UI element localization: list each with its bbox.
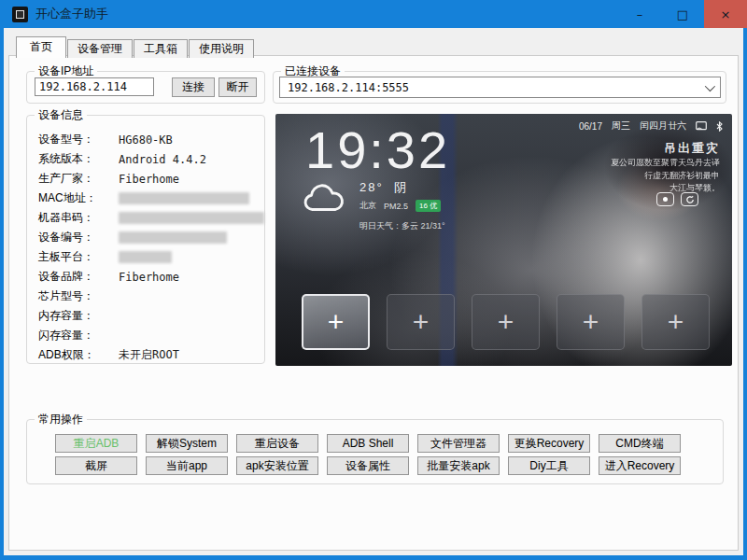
add-app-tile[interactable]: +	[472, 294, 540, 350]
device-info-groupbox: 设备信息 设备型号：HG680-KB 系统版本：Android 4.4.2 生产…	[26, 115, 265, 364]
redacted-value	[119, 212, 264, 224]
refresh-icon[interactable]	[681, 192, 698, 206]
restart-adb-button[interactable]: 重启ADB	[55, 434, 137, 453]
info-row-chipset: 芯片型号：	[38, 287, 264, 306]
add-app-tile[interactable]: +	[302, 294, 370, 350]
tab-home[interactable]: 首页	[16, 36, 66, 58]
device-screen-preview[interactable]: 06/17 周三 闰四月廿六 19:32 28° 阴 北京 PM2.5 16 优…	[275, 114, 732, 366]
weather-pm-label: PM2.5	[384, 202, 408, 211]
add-app-tile[interactable]: +	[557, 294, 625, 350]
device-info-title: 设备信息	[35, 107, 87, 123]
info-row-brand: 设备品牌：Fiberhome	[38, 267, 264, 287]
common-actions-title: 常用操作	[35, 412, 87, 427]
info-row-serial: 机器串码：	[38, 208, 264, 228]
poem-line: 夏公司愿数至聚霄天鸟丹去译	[611, 157, 720, 170]
file-manager-button[interactable]: 文件管理器	[417, 434, 500, 453]
info-row-manufacturer: 生产厂家：Fiberhome	[38, 169, 264, 189]
adb-shell-button[interactable]: ADB Shell	[327, 434, 409, 453]
maximize-button[interactable]: □	[661, 0, 704, 28]
weather-block: 28° 阴 北京 PM2.5 16 优 明日天气：多云 21/31°	[359, 179, 445, 232]
connected-device-dropdown[interactable]: 192.168.2.114:5555	[279, 77, 721, 98]
common-actions-groupbox: 常用操作 重启ADB 解锁System 重启设备 ADB Shell 文件管理器…	[26, 419, 724, 484]
chevron-down-icon	[705, 80, 715, 91]
weather-tomorrow: 明日天气：多云 21/31°	[359, 220, 445, 232]
info-row-flash: 闪存容量：	[38, 326, 264, 345]
tab-device-management[interactable]: 设备管理	[67, 39, 133, 58]
info-row-device-number: 设备编号：	[38, 228, 264, 247]
info-row-mac: MAC地址：	[38, 189, 264, 208]
replace-recovery-button[interactable]: 更换Recovery	[508, 434, 590, 453]
apk-install-location-button[interactable]: apk安装位置	[236, 456, 318, 475]
ip-address-input[interactable]	[35, 77, 154, 96]
connected-device-value: 192.168.2.114:5555	[288, 81, 409, 94]
poem-title: 吊出重灾	[611, 140, 720, 157]
connected-devices-groupbox: 已连接设备 192.168.2.114:5555	[273, 71, 726, 104]
info-row-os: 系统版本：Android 4.4.2	[38, 149, 264, 169]
window-title: 开心盒子助手	[35, 6, 108, 22]
close-button[interactable]: ×	[704, 0, 747, 28]
enter-recovery-button[interactable]: 进入Recovery	[599, 456, 681, 475]
diy-tools-button[interactable]: Diy工具	[508, 456, 590, 475]
app-icon	[12, 7, 28, 22]
poem-widget: 吊出重灾 夏公司愿数至聚霄天鸟丹去译 行虚无翻济衫初最申 大江与琴籁。	[611, 140, 720, 195]
minimize-button[interactable]: –	[618, 0, 661, 28]
launcher-tiles-row: + + + + +	[302, 294, 710, 350]
preview-mini-buttons	[656, 192, 698, 206]
connect-button[interactable]: 连接	[172, 77, 215, 97]
title-bar: 开心盒子助手 – □ ×	[0, 0, 747, 28]
redacted-value	[119, 192, 249, 204]
redacted-value	[119, 231, 227, 244]
device-properties-button[interactable]: 设备属性	[327, 456, 409, 475]
info-row-platform: 主板平台：	[38, 247, 264, 267]
cloud-weather-icon	[302, 183, 345, 213]
reboot-device-button[interactable]: 重启设备	[236, 434, 318, 453]
cast-icon	[696, 121, 707, 131]
weather-condition: 阴	[394, 180, 408, 194]
batch-install-apk-button[interactable]: 批量安装apk	[417, 456, 500, 475]
info-row-model: 设备型号：HG680-KB	[38, 130, 264, 149]
tab-strip: 首页 设备管理 工具箱 使用说明	[16, 36, 255, 58]
pm-quality-badge: 16 优	[416, 200, 441, 212]
device-ip-groupbox: 设备IP地址 连接 断开	[26, 71, 265, 104]
disconnect-button[interactable]: 断开	[218, 77, 257, 97]
tab-toolbox[interactable]: 工具箱	[134, 39, 188, 58]
poem-line: 行虚无翻济衫初最申	[611, 170, 720, 183]
add-app-tile[interactable]: +	[387, 294, 455, 350]
info-row-adb-root: ADB权限：未开启ROOT	[38, 345, 264, 365]
redacted-value	[119, 251, 172, 263]
weather-city: 北京	[359, 200, 376, 212]
preview-clock: 19:32	[305, 121, 450, 179]
add-app-tile[interactable]: +	[641, 294, 710, 350]
weather-temp: 28°	[359, 180, 384, 194]
tab-instructions[interactable]: 使用说明	[189, 39, 254, 58]
unlock-system-button[interactable]: 解锁System	[146, 434, 228, 453]
preview-date: 06/17	[579, 121, 602, 132]
preview-status-bar: 06/17 周三 闰四月廿六	[579, 119, 723, 133]
bluetooth-icon	[716, 121, 723, 132]
preview-lunar-date: 闰四月廿六	[640, 119, 686, 133]
screenshot-button[interactable]: 截屏	[55, 456, 137, 475]
current-app-button[interactable]: 当前app	[146, 456, 228, 475]
cmd-terminal-button[interactable]: CMD终端	[599, 434, 681, 453]
preview-weekday: 周三	[612, 119, 630, 133]
info-row-ram: 内存容量：	[38, 306, 264, 326]
record-icon[interactable]	[656, 192, 674, 206]
